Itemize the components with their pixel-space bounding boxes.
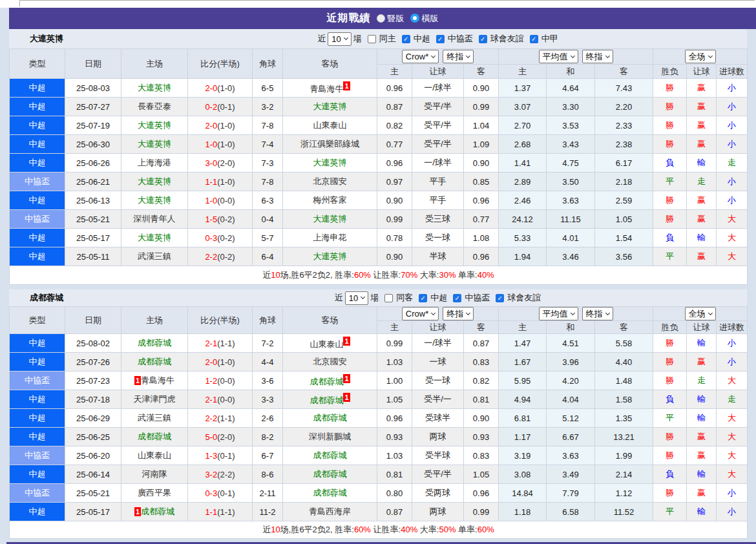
final-odds-select[interactable]: 终指 [443, 307, 474, 320]
league-badge: 中超 [10, 334, 65, 353]
away-team-name: 成都蓉城 [313, 450, 347, 460]
cell-corners: 2-6 [253, 409, 283, 428]
away-team-name: 大連英博 [313, 101, 347, 111]
cell-goals-result: 大 [717, 465, 748, 484]
away-team-name: 大連英博 [313, 251, 347, 261]
final-odds-select[interactable]: 终指 [443, 50, 474, 63]
table-row: 中超25-08-02成都蓉城2-1(1-1)7-2山東泰山10.99一/球半0.… [10, 334, 748, 353]
home-team-name: 武漢三鎮 [138, 413, 171, 423]
league-checkbox-0-checked[interactable]: ✓ [402, 35, 410, 43]
table-row: 中協盃25-05-21廣西平果0-3(0-1)2-11成都蓉城0.80受两球0.… [10, 484, 748, 503]
cell-corners: 5-7 [253, 229, 283, 247]
col-type-header: 类型 [10, 307, 65, 334]
cell-corners: 4-4 [253, 353, 283, 371]
halftime-score: (1-0) [217, 121, 235, 131]
cell-avg-draw: 11.15 [547, 210, 595, 229]
cell-handicap: 一球 [412, 353, 464, 371]
final-odds-select-2[interactable]: 终指 [582, 50, 613, 63]
cell-corners: 7-8 [253, 116, 283, 135]
table-row: 中超25-06-30大連英博1-0(1-0)7-4浙江俱樂部綠城0.77受平/半… [10, 135, 748, 154]
col-avg-away-header: 客 [595, 321, 653, 334]
average-odds-select[interactable]: 平均值 [539, 307, 578, 320]
odds-group-header-2: 平均值终指 [499, 49, 653, 65]
cell-avg-home: 5.33 [499, 229, 547, 247]
cell-avg-home: 24.12 [499, 210, 547, 229]
cell-avg-home: 1.94 [499, 247, 547, 266]
cell-handicap-result: 走 [687, 173, 717, 191]
cell-avg-away: 1.35 [595, 409, 653, 428]
layout-option-vertical[interactable]: 豎版 [377, 13, 404, 25]
cell-avg-away: 13.21 [595, 428, 653, 446]
cell-handicap-result: 輸 [687, 409, 717, 428]
odds-group-header-2: 平均值终指 [499, 307, 653, 321]
home-team-name: 成都蓉城 [138, 338, 171, 348]
odds-provider-select[interactable]: Crow* [402, 307, 439, 320]
away-team-name: 上海申花 [313, 233, 347, 242]
odds-provider-select[interactable]: Crow* [402, 50, 439, 63]
cell-avg-away: 1.48 [595, 371, 653, 390]
cell-corners: 6-3 [253, 191, 283, 210]
frame-border-line [19, 0, 755, 6]
away-team-name: 青島海牛 [310, 84, 343, 94]
scope-select[interactable]: 全场 [685, 50, 716, 63]
table-row: 中超25-07-26成都蓉城2-0(1-0)4-4北京國安1.03一球0.831… [10, 353, 748, 371]
cell-avg-draw: 7.79 [547, 484, 595, 503]
page-title: 近期戰績 [327, 12, 371, 25]
average-odds-select[interactable]: 平均值 [539, 50, 578, 63]
cell-goals-result: 小 [717, 484, 748, 503]
radio-selected-icon[interactable] [410, 14, 419, 23]
cell-handicap-result: 赢 [687, 116, 717, 135]
cell-handicap-result: 赢 [687, 98, 717, 116]
fulltime-score: 0-3 [205, 233, 217, 243]
cell-goals-result: 小 [717, 353, 748, 371]
layout-option-horizontal[interactable]: 橫版 [410, 13, 439, 25]
cell-corners: 6-7 [253, 446, 283, 465]
cell-handicap: 受平/半 [412, 135, 464, 154]
col-score-header: 比分(半场) [188, 307, 253, 334]
summary-segment: 10 [271, 270, 280, 280]
cell-avg-home: 4.94 [499, 390, 547, 409]
league-checkbox-0-checked[interactable]: ✓ [419, 294, 427, 302]
scope-select[interactable]: 全场 [685, 307, 716, 320]
cell-avg-away: 6.17 [595, 154, 653, 173]
games-count-select-value: 10 [349, 293, 358, 303]
league-checkbox-1-checked[interactable]: ✓ [453, 294, 461, 302]
home-team-name: 大連英博 [138, 176, 171, 186]
cell-handicap: 受两球 [412, 484, 464, 503]
league-checkbox-3-checked[interactable]: ✓ [530, 35, 538, 43]
cell-goals-result: 小 [717, 334, 748, 353]
games-count-select[interactable]: 10 [328, 32, 351, 46]
cell-score: 2-0(1-0) [188, 79, 253, 98]
cell-date: 25-06-29 [65, 409, 121, 428]
cell-corners: 8-2 [253, 428, 283, 446]
cell-goals-result: 小 [717, 79, 748, 98]
cell-date: 25-06-14 [65, 465, 121, 484]
league-checkbox-2-checked[interactable]: ✓ [479, 35, 487, 43]
cell-result: 平 [653, 247, 687, 266]
away-team-name: 成都蓉城 [310, 377, 343, 386]
col-home-header: 主场 [121, 307, 188, 334]
cell-home-team: 武漢三鎮 [121, 247, 188, 266]
cell-score: 0-3(0-1) [188, 484, 253, 503]
final-odds-select-2[interactable]: 终指 [582, 307, 613, 320]
league-checkbox-label-1: 中協盃 [465, 292, 490, 304]
cell-date: 25-07-26 [65, 353, 121, 371]
league-checkbox-2-checked[interactable]: ✓ [496, 294, 504, 302]
home-team-name: 成都蓉城 [138, 357, 171, 366]
league-badge: 中超 [10, 353, 65, 371]
cell-handicap: 半球 [412, 247, 464, 266]
cell-result: 勝 [653, 191, 687, 210]
same-venue-checkbox-unchecked[interactable] [368, 35, 376, 43]
cell-avg-away: 1.12 [595, 484, 653, 503]
radio-unselected-icon[interactable] [377, 14, 385, 23]
cell-result: 平 [653, 409, 687, 428]
league-checkbox-1-checked[interactable]: ✓ [436, 35, 445, 43]
same-venue-checkbox-unchecked[interactable] [384, 294, 393, 302]
home-team-name: 天津津門虎 [134, 394, 176, 404]
cell-date: 25-06-21 [65, 173, 121, 191]
cell-result: 勝 [653, 210, 687, 229]
section-team-name: 成都蓉城 [9, 292, 129, 304]
games-count-select[interactable]: 10 [345, 291, 368, 305]
cell-odds-away: 1.04 [464, 116, 499, 135]
cell-away-team: 北京國安 [283, 353, 377, 371]
